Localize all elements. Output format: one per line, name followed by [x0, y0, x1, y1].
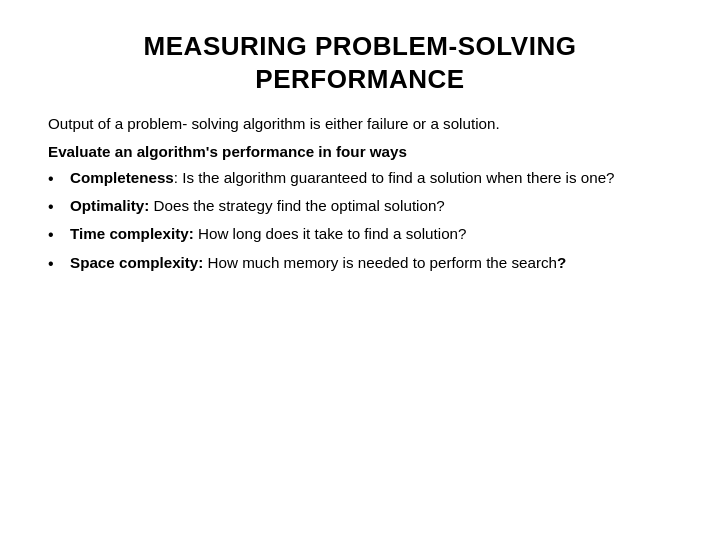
space-complexity-term: Space complexity:	[70, 254, 203, 271]
space-complexity-item: Space complexity: How much memory is nee…	[70, 252, 672, 274]
completeness-item: Completeness: Is the algorithm guarantee…	[70, 167, 672, 189]
optimality-term: Optimality:	[70, 197, 149, 214]
list-item: • Optimality: Does the strategy find the…	[48, 195, 672, 218]
bullet-dot: •	[48, 223, 70, 246]
page-title: MEASURING PROBLEM-SOLVING PERFORMANCE	[48, 30, 672, 95]
title-block: MEASURING PROBLEM-SOLVING PERFORMANCE	[48, 30, 672, 95]
intro-paragraph: Output of a problem- solving algorithm i…	[48, 113, 672, 135]
content-area: Output of a problem- solving algorithm i…	[48, 113, 672, 280]
list-item: • Space complexity: How much memory is n…	[48, 252, 672, 275]
bullet-dot: •	[48, 167, 70, 190]
list-item: • Completeness: Is the algorithm guarant…	[48, 167, 672, 190]
completeness-term: Completeness	[70, 169, 174, 186]
time-complexity-term: Time complexity:	[70, 225, 194, 242]
intro-text: Output of a problem- solving algorithm i…	[48, 115, 500, 132]
optimality-item: Optimality: Does the strategy find the o…	[70, 195, 672, 217]
evaluate-heading: Evaluate an algorithm's performance in f…	[48, 141, 672, 163]
time-complexity-item: Time complexity: How long does it take t…	[70, 223, 672, 245]
list-item: • Time complexity: How long does it take…	[48, 223, 672, 246]
bullet-dot: •	[48, 195, 70, 218]
bullet-dot: •	[48, 252, 70, 275]
title-line1: MEASURING PROBLEM-SOLVING	[144, 31, 577, 61]
bullet-list: • Completeness: Is the algorithm guarant…	[48, 167, 672, 275]
page: MEASURING PROBLEM-SOLVING PERFORMANCE Ou…	[0, 0, 720, 540]
title-line2: PERFORMANCE	[255, 64, 464, 94]
